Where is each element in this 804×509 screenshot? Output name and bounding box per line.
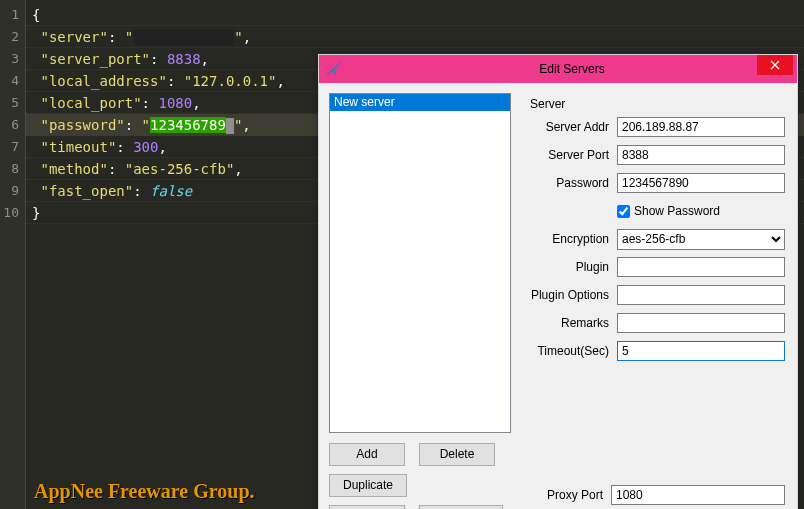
line-number: 9 (0, 180, 25, 202)
list-item[interactable]: New server (330, 94, 510, 111)
group-label: Server (527, 97, 568, 111)
plugin-opts-input[interactable] (617, 285, 785, 305)
plugin-opts-label: Plugin Options (523, 288, 617, 302)
show-password-checkbox[interactable] (617, 205, 630, 218)
server-port-label: Server Port (523, 148, 617, 162)
watermark: AppNee Freeware Group. (34, 480, 255, 503)
show-password-label: Show Password (634, 204, 720, 218)
dialog-title: Edit Servers (347, 62, 797, 76)
server-port-input[interactable] (617, 145, 785, 165)
edit-servers-dialog: Edit Servers New server Add Delete Dupli… (318, 54, 798, 509)
close-button[interactable] (757, 55, 793, 75)
server-list[interactable]: New server (329, 93, 511, 433)
line-number: 6 (0, 114, 25, 136)
remarks-label: Remarks (523, 316, 617, 330)
remarks-input[interactable] (617, 313, 785, 333)
dialog-body: New server Add Delete Duplicate Move Up … (319, 83, 797, 509)
password-input[interactable] (617, 173, 785, 193)
line-number: 4 (0, 70, 25, 92)
encryption-select[interactable]: aes-256-cfb (617, 229, 785, 250)
line-number: 5 (0, 92, 25, 114)
line-number: 7 (0, 136, 25, 158)
timeout-input[interactable] (617, 341, 785, 361)
server-addr-label: Server Addr (523, 120, 617, 134)
server-addr-input[interactable] (617, 117, 785, 137)
encryption-label: Encryption (523, 232, 617, 246)
line-number: 10 (0, 202, 25, 224)
titlebar[interactable]: Edit Servers (319, 55, 797, 83)
line-number: 1 (0, 4, 25, 26)
line-number: 8 (0, 158, 25, 180)
move-down-button[interactable]: Move Down (419, 505, 503, 509)
line-number: 3 (0, 48, 25, 70)
password-label: Password (523, 176, 617, 190)
proxy-port-input[interactable] (611, 485, 785, 505)
proxy-port-label: Proxy Port (541, 488, 611, 502)
line-number: 2 (0, 26, 25, 48)
move-up-button[interactable]: Move Up (329, 505, 405, 509)
line-gutter: 1 2 3 4 5 6 7 8 9 10 (0, 0, 26, 509)
delete-button[interactable]: Delete (419, 443, 495, 466)
plugin-input[interactable] (617, 257, 785, 277)
app-icon (319, 61, 347, 77)
server-group: Server Server Addr Server Port Password … (523, 89, 785, 365)
timeout-label: Timeout(Sec) (523, 344, 617, 358)
duplicate-button[interactable]: Duplicate (329, 474, 407, 497)
add-button[interactable]: Add (329, 443, 405, 466)
plugin-label: Plugin (523, 260, 617, 274)
